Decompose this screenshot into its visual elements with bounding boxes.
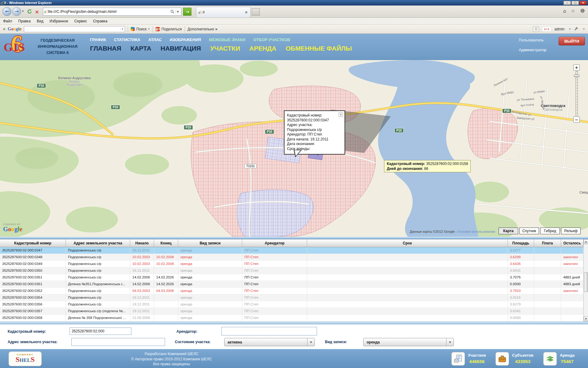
map-type-button[interactable]: Спутник bbox=[519, 228, 539, 234]
toolbar-search-input[interactable] bbox=[24, 27, 120, 32]
menu-item[interactable]: Файл bbox=[3, 19, 12, 23]
map-info-popup: × Кадастровый номер: 3525287600:02:000:0… bbox=[284, 110, 345, 155]
address-input[interactable] bbox=[71, 338, 165, 346]
nav-item-secondary[interactable]: ИЗОБРАЖЕНИЯ bbox=[170, 37, 201, 42]
column-header[interactable]: Начало bbox=[130, 239, 154, 247]
zoom-slider-thumb[interactable] bbox=[574, 75, 579, 77]
terms-link[interactable]: Условия использования bbox=[458, 230, 495, 233]
map-google-logo[interactable]: POWERED BY Google bbox=[3, 223, 22, 233]
go-button[interactable]: → bbox=[183, 8, 191, 16]
search-options-dropdown-icon[interactable]: ▼ bbox=[148, 28, 150, 30]
minimize-button[interactable]: – bbox=[564, 1, 571, 5]
nav-item-secondary[interactable]: АТЛАС bbox=[148, 37, 162, 42]
menu-item[interactable]: Сервис bbox=[74, 19, 87, 23]
wrench-icon[interactable] bbox=[574, 26, 579, 32]
user-dropdown-icon[interactable]: ▼ bbox=[569, 28, 571, 30]
nav-item-primary[interactable]: ГЛАВНАЯ bbox=[90, 45, 121, 52]
address-bar[interactable]: e ▼ bbox=[43, 8, 181, 16]
table-row[interactable]: 3525287600:02:000:0350Подорожненська с/р… bbox=[0, 267, 588, 274]
tenant-input[interactable] bbox=[221, 327, 317, 335]
table-scrollbar[interactable]: ▲ ▼ bbox=[583, 239, 588, 321]
record-type-select[interactable]: оренда ▼ bbox=[363, 338, 454, 346]
table-cell bbox=[534, 254, 561, 260]
toolbar-user-button[interactable]: admin bbox=[554, 27, 564, 31]
search-magnifier-icon[interactable] bbox=[170, 9, 174, 15]
cadastral-input[interactable] bbox=[70, 328, 131, 335]
nav-item-primary[interactable]: ОБМЕННЫЕ ФАЙЛЫ bbox=[285, 45, 352, 52]
column-header[interactable]: Кадастровый номер bbox=[0, 239, 66, 247]
nav-item-secondary[interactable]: СТАТИСТИКА bbox=[114, 37, 140, 42]
browser-tab[interactable]: e # × bbox=[196, 7, 251, 17]
tab-close-icon[interactable]: × bbox=[245, 10, 248, 14]
zoom-in-button[interactable]: + bbox=[573, 64, 580, 71]
toolbar-search-button[interactable]: Поиск bbox=[136, 27, 146, 31]
state-select[interactable]: активна ▼ bbox=[224, 338, 315, 346]
scroll-down-icon[interactable]: ▼ bbox=[584, 316, 588, 321]
refresh-icon[interactable] bbox=[27, 9, 32, 15]
more-button[interactable]: Дополнительно bbox=[188, 27, 214, 31]
settings-dropdown-icon[interactable]: ▼ bbox=[583, 28, 585, 30]
toolbar-search-dropdown-icon[interactable]: ▼ bbox=[120, 28, 125, 30]
map-type-button[interactable]: Гибрид bbox=[540, 228, 560, 234]
logout-button[interactable]: ВЫЙТИ bbox=[559, 37, 585, 45]
scrollbar-thumb[interactable] bbox=[584, 272, 588, 292]
nav-item-secondary[interactable]: ГРАФИК bbox=[90, 37, 106, 42]
history-dropdown-icon[interactable]: ▼ bbox=[22, 10, 24, 13]
scroll-up-icon[interactable]: ▲ bbox=[584, 239, 588, 244]
popup-close-icon[interactable]: × bbox=[339, 113, 343, 117]
zoom-slider-track[interactable] bbox=[575, 71, 578, 116]
menu-item[interactable]: Справка bbox=[93, 19, 107, 23]
stat-value: 446656 bbox=[468, 359, 486, 364]
home-icon[interactable]: ⌂ bbox=[563, 8, 566, 14]
column-header[interactable]: Арендатор bbox=[242, 239, 307, 247]
menu-item[interactable]: Избранное bbox=[50, 19, 68, 23]
table-row[interactable]: 3525287600:02:000:0356Подорожненська с/р… bbox=[0, 301, 588, 308]
nav-item-primary[interactable]: НАВИГАЦИЯ bbox=[160, 45, 201, 52]
record-type-select-arrow-icon[interactable]: ▼ bbox=[446, 338, 454, 346]
url-input[interactable] bbox=[48, 10, 169, 14]
column-header[interactable]: Площадь bbox=[508, 239, 534, 247]
table-row[interactable]: 3525287600:02:000:0348Подорожненська с/р… bbox=[0, 254, 588, 261]
table-cell: 10.02.2003 bbox=[130, 254, 154, 260]
nav-item-primary[interactable]: УЧАСТКИ bbox=[210, 45, 240, 52]
table-row[interactable]: 3525287600:02:000:0354Подорожненська с/р… bbox=[0, 294, 588, 301]
nav-item-primary[interactable]: КАРТА bbox=[130, 45, 151, 52]
app-header: 6 GIS ГЕОДЕЗИЧЕСКАЯ ИНФОРМАЦИОННАЯ СИСТЕ… bbox=[0, 34, 588, 60]
url-dropdown-icon[interactable]: ▼ bbox=[176, 9, 180, 14]
table-cell: ПП Степ bbox=[242, 261, 307, 267]
toolbar-search-box[interactable]: ▼ bbox=[24, 26, 125, 32]
column-header[interactable]: Конец bbox=[154, 239, 178, 247]
menu-item[interactable]: Правка bbox=[18, 19, 31, 23]
column-header[interactable]: Плата bbox=[534, 239, 561, 247]
map-type-button[interactable]: Рельеф bbox=[561, 228, 581, 234]
column-header[interactable]: Осталось bbox=[561, 239, 583, 247]
maximize-button[interactable]: □ bbox=[571, 1, 579, 5]
table-row[interactable]: 3525287600:02:000:0357Подорожненська с/р… bbox=[0, 308, 588, 315]
menu-item[interactable]: Вид bbox=[37, 19, 43, 23]
notification-counter[interactable]: 0 bbox=[533, 26, 539, 32]
column-header[interactable]: Срок bbox=[307, 239, 508, 247]
new-tab-button[interactable] bbox=[252, 8, 260, 16]
nav-item-primary[interactable]: АРЕНДА bbox=[249, 45, 276, 52]
zoom-out-button[interactable]: − bbox=[573, 117, 580, 123]
stop-icon[interactable]: × bbox=[35, 9, 39, 15]
table-row[interactable]: 3525287600:02:000:0358Ділянка № 358 Подо… bbox=[0, 315, 588, 321]
toolbar-close-icon[interactable]: x bbox=[3, 27, 5, 31]
close-button[interactable]: × bbox=[579, 1, 587, 5]
forward-button[interactable]: → bbox=[12, 7, 21, 16]
state-select-arrow-icon[interactable]: ▼ bbox=[307, 338, 315, 346]
nav-item-secondary[interactable]: ОТБОР УЧАСТКОВ bbox=[253, 37, 290, 42]
nav-item-secondary[interactable]: МЕЖЕВЫЕ ЗНАКИ bbox=[209, 37, 245, 42]
share-button[interactable]: Поделиться bbox=[161, 27, 182, 31]
table-row[interactable]: 3525287600:02:000:0349Подорожненська с/р… bbox=[0, 261, 588, 267]
table-row[interactable]: 3525287600:02:000:0351Ділянка №351,Подор… bbox=[0, 281, 588, 288]
table-row[interactable]: 3525287600:02:000:0351Подорожненська с/р… bbox=[0, 274, 588, 281]
map-type-button[interactable]: Карта bbox=[499, 228, 518, 234]
favorites-star-icon[interactable]: ☆ bbox=[571, 8, 575, 14]
table-row[interactable]: 3525287600:02:000:0352Подорожненська с/р… bbox=[0, 288, 588, 294]
table-row[interactable]: 3525287600:02:000:0347Подорожненська с/р… bbox=[0, 247, 588, 254]
column-header[interactable]: Вид записи bbox=[178, 239, 242, 247]
column-header[interactable]: Адрес земельного участка bbox=[66, 239, 130, 247]
tools-gear-icon[interactable] bbox=[580, 8, 585, 14]
back-button[interactable]: ← bbox=[2, 7, 11, 16]
